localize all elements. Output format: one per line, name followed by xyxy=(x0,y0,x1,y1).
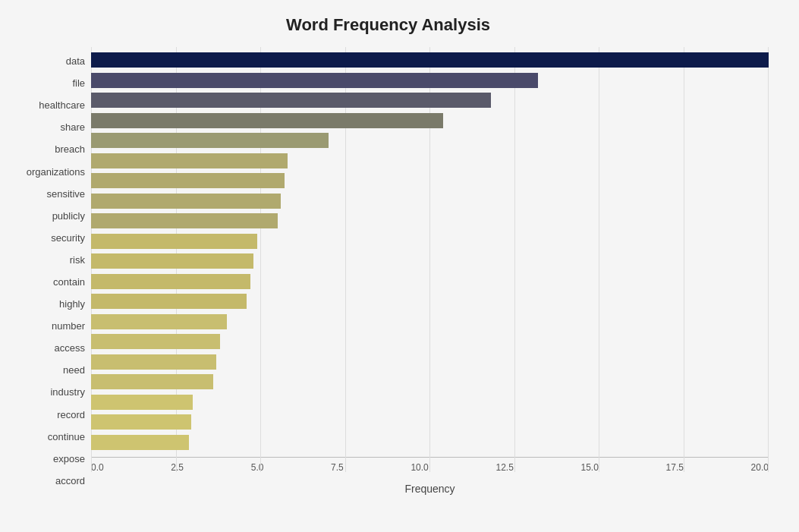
bar-row xyxy=(91,373,769,391)
bar xyxy=(91,153,288,168)
bar-row xyxy=(91,232,769,250)
x-tick: 15.0 xyxy=(581,462,599,473)
bars-wrapper xyxy=(91,47,769,455)
y-label: data xyxy=(8,52,91,71)
y-label: access xyxy=(8,338,91,358)
bar-row xyxy=(91,172,769,190)
y-label: industry xyxy=(8,382,91,402)
y-label: publicly xyxy=(8,206,91,225)
bar xyxy=(91,374,213,389)
x-tick: 12.5 xyxy=(495,462,513,473)
y-label: continue xyxy=(8,427,91,446)
x-axis-label: Frequency xyxy=(91,483,769,495)
bar xyxy=(91,52,769,68)
bar xyxy=(91,274,250,289)
bar-row xyxy=(91,152,769,170)
bar-row xyxy=(91,272,769,291)
y-label: organizations xyxy=(8,162,91,181)
y-labels: datafilehealthcaresharebreachorganizatio… xyxy=(8,47,91,495)
bar xyxy=(91,173,285,188)
y-label: accord xyxy=(8,471,91,490)
bar-row xyxy=(91,332,769,351)
bar xyxy=(91,234,257,249)
bar-row xyxy=(91,353,769,371)
y-label: file xyxy=(8,74,91,93)
bar-row xyxy=(91,212,769,230)
x-tick: 10.0 xyxy=(411,462,428,473)
y-label: risk xyxy=(8,250,91,269)
bar xyxy=(91,395,193,410)
y-label: need xyxy=(8,360,91,380)
y-label: share xyxy=(8,118,91,137)
bar xyxy=(91,73,538,88)
bar-row xyxy=(91,393,769,411)
bar xyxy=(91,253,253,269)
bar-row xyxy=(91,313,769,331)
bar xyxy=(91,334,220,349)
bar xyxy=(91,314,227,329)
x-tick: 5.0 xyxy=(251,462,264,473)
y-label: breach xyxy=(8,140,91,159)
chart-area: datafilehealthcaresharebreachorganizatio… xyxy=(8,47,769,495)
x-tick: 20.0 xyxy=(751,462,769,473)
bar xyxy=(91,354,216,370)
bar xyxy=(91,133,329,148)
bar xyxy=(91,113,443,128)
bar-row xyxy=(91,51,769,69)
chart-title: Word Frequency Analysis xyxy=(8,15,769,35)
x-axis: 0.02.55.07.510.012.515.017.520.0 xyxy=(91,457,769,480)
bar-row xyxy=(91,433,769,452)
plot-area: 0.02.55.07.510.012.515.017.520.0 Frequen… xyxy=(91,47,769,495)
y-label: healthcare xyxy=(8,96,91,115)
y-label: sensitive xyxy=(8,184,91,203)
bar-row xyxy=(91,413,769,431)
bar-row xyxy=(91,91,769,109)
y-label: highly xyxy=(8,294,91,314)
bar xyxy=(91,414,191,430)
bar-row xyxy=(91,112,769,130)
y-label: security xyxy=(8,228,91,247)
bar-row xyxy=(91,71,769,90)
bar-row xyxy=(91,252,769,270)
bar-row xyxy=(91,292,769,310)
bar-row xyxy=(91,192,769,210)
y-label: contain xyxy=(8,272,91,291)
bar xyxy=(91,435,189,450)
y-label: expose xyxy=(8,449,91,468)
x-tick: 7.5 xyxy=(331,462,344,473)
x-tick: 0.0 xyxy=(91,462,104,473)
y-label: record xyxy=(8,405,91,424)
bar xyxy=(91,194,281,209)
x-tick: 17.5 xyxy=(666,462,684,473)
y-label: number xyxy=(8,316,91,336)
chart-container: Word Frequency Analysis datafilehealthca… xyxy=(0,0,799,532)
bar xyxy=(91,294,247,309)
x-tick: 2.5 xyxy=(171,462,184,473)
bar-row xyxy=(91,131,769,150)
bar xyxy=(91,213,278,228)
bar xyxy=(91,93,491,108)
